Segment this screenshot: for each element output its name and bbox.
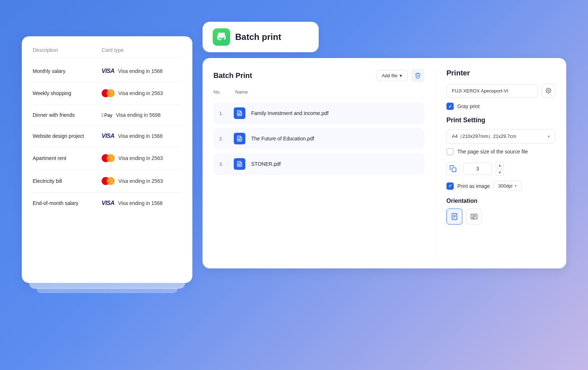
row-description: Dinner with friends [33,112,102,118]
add-file-label: Add file [382,73,397,78]
row-card-text: Visa ending in 2563 [118,90,163,96]
paper-size-value: A4（210x297mm）21x29.7cm [452,133,516,140]
svg-rect-5 [219,40,221,41]
header-actions: Add file ▾ [376,69,424,82]
table-row: Website design project VISA Visa ending … [33,126,181,147]
table-row: Apartment rent Visa ending in 2563 [33,147,181,170]
row-card-text: Visa ending in 1568 [118,133,163,139]
col-name-header: Name [235,89,248,95]
row-description: End-of-month salary [33,200,102,206]
visa-icon: VISA [102,133,114,139]
file-item[interactable]: 3. PDF STONER.pdf [213,153,424,175]
printer-settings-button[interactable] [542,84,555,98]
file-item[interactable]: 1. PDF Family Investment and income.pdf [213,102,424,124]
checkmark-icon: ✓ [448,104,452,109]
file-name: STONER.pdf [251,161,281,167]
mastercard-icon [102,89,115,97]
gray-print-checkbox[interactable]: ✓ [446,103,454,110]
settings-section: Printer ✓ Gray print [446,69,555,258]
row-card-area:  Pay Visa ending in 5698 [102,112,181,118]
files-col-header: No. Name [213,89,424,99]
panel-divider [435,69,436,258]
pdf-icon: PDF [236,135,243,142]
chevron-down-icon: ▾ [548,134,550,139]
gray-print-row: ✓ Gray print [446,103,555,110]
gray-print-label: Gray print [457,103,479,109]
file-pdf-icon: PDF [234,107,245,119]
copies-decrement-button[interactable]: ▼ [496,169,504,176]
landscape-orientation-button[interactable] [466,209,482,225]
scene: Description Card type Monthly salary VIS… [0,0,588,370]
row-description: Weekly shopping [33,90,102,96]
printer-icon-wrapper [213,28,230,46]
paper-size-row: A4（210x297mm）21x29.7cm ▾ [446,129,555,144]
svg-rect-2 [219,38,224,41]
svg-point-9 [548,90,549,91]
chevron-down-icon: ▾ [400,73,402,78]
row-card-area: Visa ending in 2563 [102,154,181,162]
svg-rect-0 [218,33,225,35]
svg-text:PDF: PDF [238,164,241,166]
printer-name-input[interactable] [446,84,538,98]
copies-increment-button[interactable]: ▲ [496,162,504,168]
col-description-header: Description [33,47,102,53]
row-card-text: Visa ending in 2563 [118,155,163,161]
table-row: End-of-month salary VISA Visa ending in … [33,193,181,214]
dpi-value: 300dpi [498,183,512,189]
file-number: 3. [219,161,228,167]
left-panel: Description Card type Monthly salary VIS… [22,36,192,283]
paper-size-dropdown[interactable]: A4（210x297mm）21x29.7cm ▾ [446,129,555,144]
add-file-button[interactable]: Add file ▾ [376,70,408,81]
row-card-area: Visa ending in 2563 [102,89,181,97]
row-card-text: Visa ending in 5698 [116,112,161,118]
row-card-text: Visa ending in 1568 [118,68,163,74]
svg-rect-4 [219,39,222,40]
print-setting-title: Print Setting [446,116,555,124]
trash-icon [415,72,421,79]
file-pdf-icon: PDF [234,158,245,170]
chevron-down-icon: ▾ [515,184,517,188]
svg-rect-3 [224,37,224,37]
row-description: Apartment rent [33,155,102,161]
batch-header-title: Batch print [235,32,281,42]
file-pdf-icon: PDF [234,133,245,144]
page-source-checkbox[interactable] [446,148,454,155]
pdf-icon: PDF [236,161,243,167]
batch-print-label: Batch Print [213,71,252,80]
copies-row: ▲ ▼ [446,162,555,176]
row-card-area: VISA Visa ending in 1568 [102,133,181,139]
file-name: The Future of Education.pdf [251,136,314,141]
table-header: Description Card type [33,47,181,58]
print-as-image-row: ✓ Print as image 300dpi ▾ [446,181,555,191]
files-section-header: Batch Print Add file ▾ [213,69,424,82]
portrait-orientation-button[interactable] [446,209,462,225]
checkmark-icon: ✓ [448,183,452,189]
row-card-area: Visa ending in 2563 [102,177,181,185]
row-description: Website design project [33,133,102,139]
printer-svg-icon [216,32,226,42]
orientation-title: Orientation [446,198,555,204]
pdf-icon: PDF [236,110,243,116]
batch-header-card: Batch print [203,22,319,52]
portrait-icon [451,213,458,220]
mastercard-icon [102,154,115,162]
dpi-dropdown[interactable]: 300dpi ▾ [493,181,521,191]
applepay-icon:  Pay [102,112,113,118]
table-row: Electricity bill Visa ending in 2563 [33,170,181,193]
file-item[interactable]: 2. PDF The Future of Education.pdf [213,128,424,149]
landscape-icon [470,213,478,220]
table-row: Monthly salary VISA Visa ending in 1568 [33,61,181,82]
delete-button[interactable] [411,69,424,82]
col-cardtype-header: Card type [102,47,181,53]
row-description: Monthly salary [33,68,102,74]
copy-icon [449,165,457,172]
row-card-area: VISA Visa ending in 1568 [102,200,181,206]
table-row: Dinner with friends  Pay Visa ending in… [33,105,181,126]
file-name: Family Investment and income.pdf [251,110,328,116]
printer-section-title: Printer [446,69,555,77]
svg-rect-10 [452,168,456,172]
files-section: Batch Print Add file ▾ [213,69,424,258]
print-as-image-checkbox[interactable]: ✓ [446,182,454,190]
mastercard-icon [102,177,115,185]
copies-input[interactable] [463,163,492,175]
